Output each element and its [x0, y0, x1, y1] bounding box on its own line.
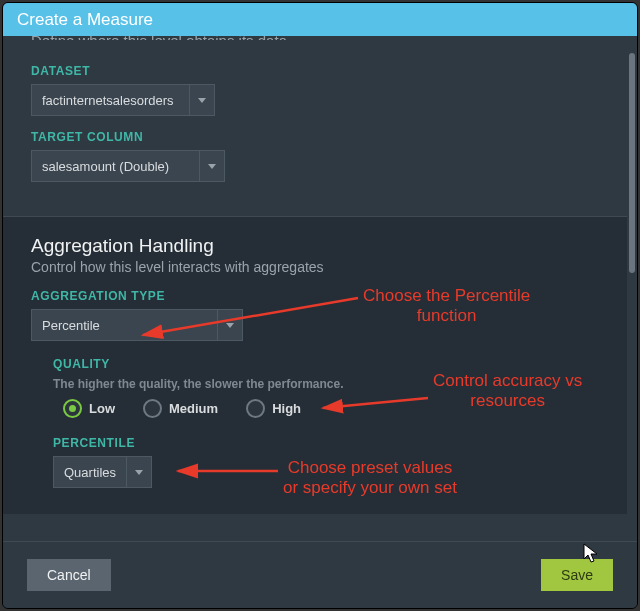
- aggregation-section: Aggregation Handling Control how this le…: [3, 217, 627, 514]
- source-description: Define where this level obtains its data…: [31, 36, 599, 40]
- quality-option-label: High: [272, 401, 301, 416]
- quality-option-high[interactable]: High: [246, 399, 301, 418]
- scrollbar-thumb[interactable]: [629, 53, 635, 273]
- quality-label: QUALITY: [53, 357, 599, 371]
- dataset-value: factinternetsalesorders: [32, 93, 189, 108]
- percentile-label: PERCENTILE: [53, 436, 599, 450]
- target-column-value: salesamount (Double): [32, 159, 199, 174]
- cancel-button[interactable]: Cancel: [27, 559, 111, 591]
- aggregation-type-label: AGGREGATION TYPE: [31, 289, 599, 303]
- dialog-create-measure: Create a Measure Define where this level…: [2, 2, 638, 609]
- quality-option-label: Medium: [169, 401, 218, 416]
- aggregation-heading: Aggregation Handling: [31, 235, 599, 257]
- dataset-label: DATASET: [31, 64, 599, 78]
- percentile-dropdown[interactable]: Quartiles: [53, 456, 152, 488]
- dialog-body: Define where this level obtains its data…: [3, 36, 627, 538]
- radio-icon: [246, 399, 265, 418]
- dialog-title: Create a Measure: [17, 10, 153, 30]
- target-column-label: TARGET COLUMN: [31, 130, 599, 144]
- source-section: Define where this level obtains its data…: [3, 36, 627, 198]
- radio-icon: [143, 399, 162, 418]
- chevron-down-icon: [189, 85, 214, 115]
- percentile-block: PERCENTILE Quartiles: [31, 436, 599, 488]
- aggregation-description: Control how this level interacts with ag…: [31, 259, 599, 275]
- chevron-down-icon: [199, 151, 224, 181]
- quality-option-label: Low: [89, 401, 115, 416]
- quality-block: QUALITY The higher the quality, the slow…: [31, 357, 599, 418]
- scrollbar[interactable]: [627, 45, 637, 495]
- save-button[interactable]: Save: [541, 559, 613, 591]
- quality-radio-group: Low Medium High: [53, 399, 599, 418]
- quality-option-low[interactable]: Low: [63, 399, 115, 418]
- dataset-dropdown[interactable]: factinternetsalesorders: [31, 84, 215, 116]
- dialog-footer: Cancel Save: [3, 541, 637, 608]
- target-column-dropdown[interactable]: salesamount (Double): [31, 150, 225, 182]
- chevron-down-icon: [217, 310, 242, 340]
- quality-note: The higher the quality, the slower the p…: [53, 377, 599, 391]
- dialog-header: Create a Measure: [3, 3, 637, 36]
- percentile-value: Quartiles: [54, 465, 126, 480]
- chevron-down-icon: [126, 457, 151, 487]
- aggregation-type-dropdown[interactable]: Percentile: [31, 309, 243, 341]
- aggregation-type-value: Percentile: [32, 318, 217, 333]
- radio-icon: [63, 399, 82, 418]
- quality-option-medium[interactable]: Medium: [143, 399, 218, 418]
